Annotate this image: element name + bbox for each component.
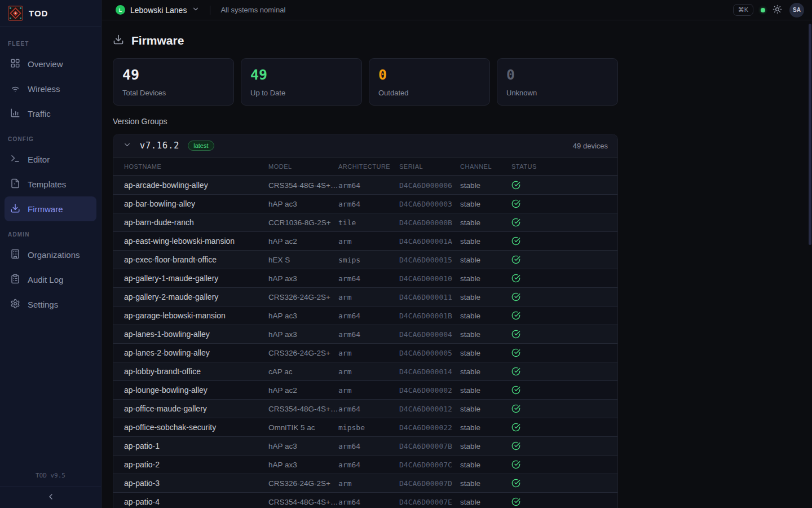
device-hostname: ap-lanes-1-bowling-alley xyxy=(124,330,268,339)
device-hostname: ap-barn-dude-ranch xyxy=(124,218,268,227)
table-row[interactable]: ap-bar-bowling-alley hAP ac3 arm64 D4CA6… xyxy=(113,195,617,213)
device-channel: stable xyxy=(460,461,511,469)
status-check-icon xyxy=(511,274,617,283)
sidebar-item-audit-log[interactable]: Audit Log xyxy=(5,267,96,292)
device-architecture: mipsbe xyxy=(338,423,399,432)
theme-toggle-button[interactable] xyxy=(773,5,782,16)
sidebar-collapse-button[interactable] xyxy=(46,492,55,503)
column-header-hostname: HOSTNAME xyxy=(124,163,268,170)
sidebar-item-overview[interactable]: Overview xyxy=(5,51,96,76)
table-row[interactable]: ap-office-sobchak-security OmniTIK 5 ac … xyxy=(113,418,617,437)
nav-section-fleet: FLEET xyxy=(0,30,101,51)
device-hostname: ap-patio-2 xyxy=(124,460,268,469)
vertical-scrollbar[interactable] xyxy=(809,24,811,245)
table-row[interactable]: ap-gallery-2-maude-gallery CRS326-24G-2S… xyxy=(113,288,617,306)
table-row[interactable]: ap-lanes-1-bowling-alley hAP ax3 arm64 D… xyxy=(113,325,617,344)
device-model: hEX S xyxy=(268,256,338,264)
device-architecture: arm64 xyxy=(338,442,399,450)
table-row[interactable]: ap-office-maude-gallery CRS354-48G-4S+… … xyxy=(113,400,617,418)
sidebar-item-wireless[interactable]: Wireless xyxy=(5,76,96,101)
stat-label: Up to Date xyxy=(250,89,352,97)
device-serial: D4CA6D000014 xyxy=(399,367,460,376)
device-serial: D4CA6D00007B xyxy=(399,442,460,450)
stat-card-up-to-date: 49 Up to Date xyxy=(241,58,362,106)
sidebar-collapse-row xyxy=(0,487,101,508)
device-model: hAP ax3 xyxy=(268,461,338,469)
chevron-down-icon xyxy=(123,141,131,151)
device-model: CRS326-24G-2S+ xyxy=(268,349,338,357)
table-row[interactable]: ap-gallery-1-maude-gallery hAP ax3 arm64… xyxy=(113,269,617,288)
device-architecture: arm64 xyxy=(338,200,399,208)
org-selector[interactable]: L Lebowski Lanes xyxy=(116,5,200,15)
table-row[interactable]: ap-patio-1 hAP ac3 arm64 D4CA6D00007B st… xyxy=(113,437,617,456)
device-model: hAP ac3 xyxy=(268,442,338,450)
sidebar-item-editor[interactable]: Editor xyxy=(5,147,96,172)
device-channel: stable xyxy=(460,237,511,246)
table-row[interactable]: ap-patio-3 CRS326-24G-2S+ arm D4CA6D0000… xyxy=(113,474,617,493)
device-serial: D4CA6D00001B xyxy=(399,312,460,320)
device-channel: stable xyxy=(460,330,511,339)
device-model: hAP ax3 xyxy=(268,274,338,283)
device-architecture: tile xyxy=(338,218,399,227)
device-model: CRS354-48G-4S+… xyxy=(268,181,338,190)
device-channel: stable xyxy=(460,256,511,264)
device-architecture: arm64 xyxy=(338,312,399,320)
status-check-icon xyxy=(511,255,617,264)
device-architecture: arm xyxy=(338,479,399,488)
device-serial: D4CA6D000002 xyxy=(399,386,460,395)
nav-section-admin: ADMIN xyxy=(0,221,101,242)
device-architecture: arm64 xyxy=(338,405,399,413)
table-row[interactable]: ap-exec-floor-brandt-office hEX S smips … xyxy=(113,251,617,269)
table-row[interactable]: ap-garage-lebowski-mansion hAP ac3 arm64… xyxy=(113,306,617,325)
download-icon xyxy=(10,203,20,215)
status-check-icon xyxy=(511,292,617,301)
sidebar-item-firmware[interactable]: Firmware xyxy=(5,196,96,221)
chevron-down-icon xyxy=(192,5,200,15)
device-hostname: ap-gallery-2-maude-gallery xyxy=(124,292,268,301)
topbar-right: ⌘K SA xyxy=(733,3,804,17)
sidebar-item-traffic[interactable]: Traffic xyxy=(5,101,96,126)
status-check-icon xyxy=(511,460,617,469)
column-header-architecture: ARCHITECTURE xyxy=(338,163,399,170)
table-row[interactable]: ap-lobby-brandt-office cAP ac arm D4CA6D… xyxy=(113,362,617,381)
device-channel: stable xyxy=(460,218,511,227)
device-serial: D4CA6D000010 xyxy=(399,274,460,283)
table-row[interactable]: ap-lanes-2-bowling-alley CRS326-24G-2S+ … xyxy=(113,344,617,362)
user-avatar[interactable]: SA xyxy=(789,3,804,17)
page-title: Firmware xyxy=(131,34,184,47)
device-model: hAP ac2 xyxy=(268,386,338,395)
sidebar-item-label: Templates xyxy=(28,179,66,189)
device-architecture: arm xyxy=(338,237,399,246)
sidebar-item-templates[interactable]: Templates xyxy=(5,172,96,196)
sidebar-footer: TOD v9.5 xyxy=(0,472,101,508)
device-model: hAP ac3 xyxy=(268,200,338,208)
table-row[interactable]: ap-arcade-bowling-alley CRS354-48G-4S+… … xyxy=(113,176,617,195)
sidebar-item-organizations[interactable]: Organizations xyxy=(5,242,96,267)
sidebar: TOD FLEET Overview Wireless Traffic CONF… xyxy=(0,0,102,508)
building-icon xyxy=(10,249,20,261)
device-architecture: arm xyxy=(338,293,399,301)
org-avatar: L xyxy=(116,5,125,15)
column-header-channel: CHANNEL xyxy=(460,163,511,170)
device-hostname: ap-gallery-1-maude-gallery xyxy=(124,274,268,283)
device-hostname: ap-bar-bowling-alley xyxy=(124,199,268,208)
sidebar-item-settings[interactable]: Settings xyxy=(5,292,96,317)
table-row[interactable]: ap-barn-dude-ranch CCR1036-8G-2S+ tile D… xyxy=(113,213,617,232)
table-row[interactable]: ap-patio-2 hAP ax3 arm64 D4CA6D00007C st… xyxy=(113,456,617,474)
device-model: CRS354-48G-4S+… xyxy=(268,405,338,413)
device-hostname: ap-lobby-brandt-office xyxy=(124,367,268,376)
device-architecture: arm64 xyxy=(338,498,399,506)
device-count: 49 devices xyxy=(573,142,608,150)
table-row[interactable]: ap-patio-4 CRS354-48G-4S+… arm64 D4CA6D0… xyxy=(113,493,617,508)
table-row[interactable]: ap-lounge-bowling-alley hAP ac2 arm D4CA… xyxy=(113,381,617,400)
command-palette-button[interactable]: ⌘K xyxy=(733,4,753,16)
stat-card-unknown: 0 Unknown xyxy=(497,58,618,106)
version-group-header[interactable]: v7.16.2 latest 49 devices xyxy=(113,134,617,157)
device-channel: stable xyxy=(460,181,511,190)
sidebar-item-label: Settings xyxy=(28,300,58,309)
main-content: Firmware 49 Total Devices 49 Up to Date … xyxy=(102,20,618,508)
stat-label: Outdated xyxy=(378,89,480,97)
gear-icon xyxy=(10,299,20,310)
device-model: hAP ac3 xyxy=(268,312,338,320)
table-row[interactable]: ap-east-wing-lebowski-mansion hAP ac2 ar… xyxy=(113,232,617,251)
